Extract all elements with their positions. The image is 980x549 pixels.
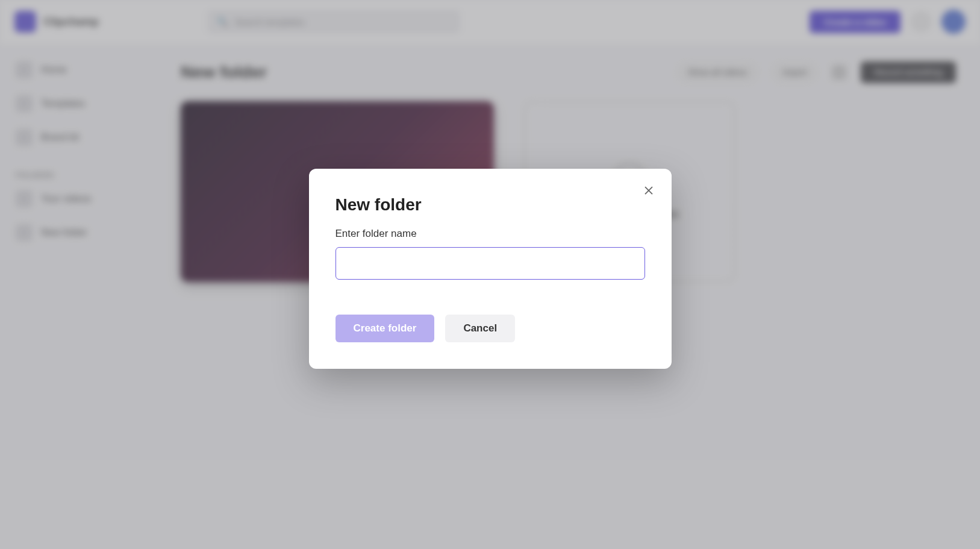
new-folder-modal: New folder Enter folder name Create fold… bbox=[309, 169, 672, 369]
folder-name-input[interactable] bbox=[336, 247, 645, 280]
modal-title: New folder bbox=[336, 195, 645, 215]
cancel-button[interactable]: Cancel bbox=[445, 315, 515, 342]
close-button[interactable] bbox=[639, 181, 658, 200]
close-icon bbox=[644, 186, 654, 195]
create-folder-button[interactable]: Create folder bbox=[336, 315, 435, 342]
modal-actions: Create folder Cancel bbox=[336, 315, 645, 342]
folder-name-label: Enter folder name bbox=[336, 228, 645, 240]
